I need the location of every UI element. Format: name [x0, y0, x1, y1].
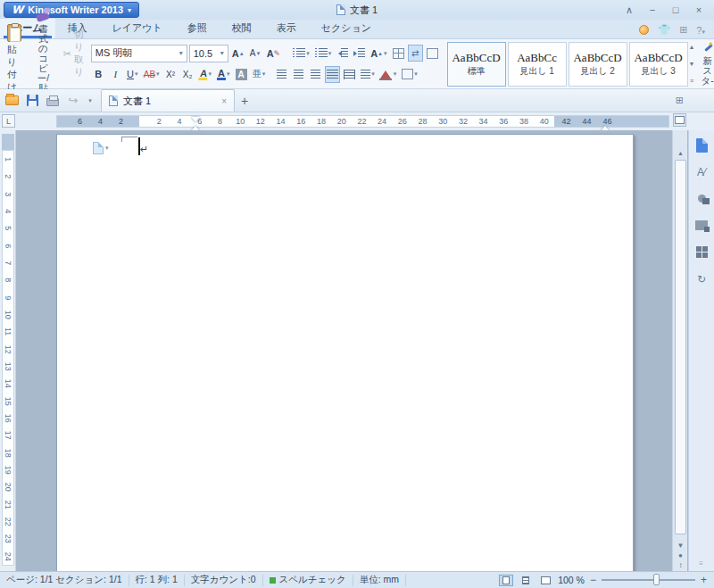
new-document-icon[interactable]	[694, 137, 710, 153]
grow-font-button[interactable]: A▲	[230, 45, 246, 62]
new-tab-button[interactable]: +	[235, 92, 254, 110]
print-button[interactable]	[44, 92, 62, 110]
ui-switch-icon[interactable]: ⊞	[679, 24, 687, 36]
sync-icon[interactable]: ↻	[694, 271, 710, 286]
browse-object-button[interactable]: ●	[678, 551, 683, 559]
close-button[interactable]: ×	[689, 2, 709, 18]
font-size-select[interactable]: 10.5▾	[189, 45, 228, 62]
scroll-down-icon[interactable]: ▼	[677, 542, 685, 550]
vertical-ruler[interactable]: 123456789101112131415161718192021222324	[0, 130, 16, 571]
redo-button[interactable]: ↪	[64, 92, 82, 110]
page-jump-icon[interactable]: ↕	[679, 561, 683, 569]
ruler-toggle-button[interactable]	[673, 113, 686, 127]
ribbon-tab-3[interactable]: 参照	[175, 19, 220, 38]
zoom-out-button[interactable]: −	[590, 574, 596, 586]
subscript-button[interactable]: X₂	[180, 66, 195, 83]
scrollbar-thumb[interactable]	[675, 160, 686, 534]
outline-view-button[interactable]	[519, 575, 533, 586]
document-canvas[interactable]: ▾ ↵	[17, 130, 672, 571]
tab-selector[interactable]: L	[2, 114, 15, 128]
decrease-indent-button[interactable]	[335, 45, 350, 62]
font-family-select[interactable]: MS 明朝▾	[91, 45, 187, 62]
help-button[interactable]: ?▾	[696, 25, 705, 36]
skin-theme-icon[interactable]: 👕	[658, 24, 670, 36]
insert-image-icon[interactable]	[694, 218, 710, 233]
styles-scroll-up-icon[interactable]: ▲	[689, 44, 695, 51]
highlight-color-button[interactable]: A▾	[197, 66, 213, 83]
styles-scroll-down-icon[interactable]: ▼	[689, 61, 695, 68]
zoom-slider[interactable]	[602, 579, 695, 581]
character-scale-button[interactable]: A▲▾	[369, 45, 388, 62]
italic-button[interactable]: I	[108, 66, 123, 83]
style-item-1[interactable]: AaBbCc見出し 1	[508, 42, 567, 87]
distributed-grid-button[interactable]	[391, 45, 406, 62]
vertical-scrollbar[interactable]: ▲ ▼ ● ↕	[672, 130, 687, 571]
underline-button[interactable]: U▾	[125, 66, 140, 83]
save-button[interactable]	[23, 92, 41, 110]
ribbon-tab-2[interactable]: レイアウト	[100, 19, 175, 38]
collapse-ribbon-button[interactable]: ∧	[619, 2, 639, 18]
document-tab[interactable]: 文書 1 ×	[101, 89, 235, 112]
style-item-0[interactable]: AaBbCcD標準	[447, 42, 506, 87]
superscript-button[interactable]: X²	[163, 66, 178, 83]
ruler-number: 15	[0, 395, 17, 406]
align-center-button[interactable]	[291, 66, 306, 83]
shapes-icon[interactable]	[694, 191, 710, 206]
justify-button[interactable]	[325, 66, 340, 83]
page-status[interactable]: ページ: 1/1 セクション: 1/1	[0, 575, 129, 586]
font-color-button[interactable]: A▾	[215, 66, 231, 83]
char-count-status[interactable]: 文字カウント:0	[185, 575, 263, 586]
styles-more-icon[interactable]: ≡	[689, 78, 695, 85]
scroll-up-icon[interactable]: ▲	[674, 148, 687, 159]
style-item-2[interactable]: AaBbCcD見出し 2	[569, 42, 627, 87]
open-button[interactable]	[3, 92, 21, 110]
unit-status[interactable]: 単位: mm	[353, 575, 406, 586]
task-pane-toggle-icon[interactable]: ⊞	[676, 95, 684, 106]
shrink-font-button[interactable]: A▼	[248, 45, 263, 62]
line-spacing-button[interactable]: ▾	[359, 66, 377, 83]
zoom-in-button[interactable]: +	[701, 574, 707, 586]
page-options-button[interactable]: ▾	[93, 142, 109, 154]
ribbon-tab-4[interactable]: 校閲	[220, 19, 264, 38]
ribbon-tab-5[interactable]: 表示	[264, 19, 309, 38]
distribute-text-button[interactable]	[342, 66, 357, 83]
app-menu-button[interactable]: W Kingsoft Writer 2013 ▾	[4, 2, 139, 18]
horizontal-ruler[interactable]: 642 246810121416182022242628303234363840…	[56, 115, 669, 128]
bullet-list-button[interactable]: ▾	[291, 45, 311, 62]
text-frame-button[interactable]	[425, 45, 440, 62]
zoom-level[interactable]: 100 %	[558, 575, 585, 585]
align-right-button[interactable]	[308, 66, 323, 83]
cut-button[interactable]: ✂ 切り取り	[62, 28, 86, 79]
numbered-list-button[interactable]: ▾	[313, 45, 334, 62]
minimize-button[interactable]: −	[643, 2, 662, 18]
increase-indent-button[interactable]	[352, 45, 367, 62]
notification-icon[interactable]	[639, 25, 649, 35]
new-style-button[interactable]: 新スタ-	[696, 42, 714, 87]
styles-icon[interactable]: A⁄	[694, 164, 710, 179]
apps-grid-icon[interactable]	[694, 244, 710, 260]
ruler-number: 1	[0, 154, 17, 165]
ruby-button[interactable]: 亜▾	[251, 66, 268, 83]
toolbar-customize-caret-icon[interactable]: ▾	[85, 92, 95, 110]
show-paragraph-marks-button[interactable]: ⇄	[408, 45, 423, 62]
sidebar-grip-icon[interactable]: ≡	[699, 559, 704, 567]
maximize-button[interactable]: □	[666, 2, 685, 18]
zoom-slider-thumb[interactable]	[653, 574, 660, 585]
paragraph-shading-button[interactable]: ▾	[378, 66, 399, 83]
align-left-button[interactable]	[274, 66, 289, 83]
bold-button[interactable]: B	[91, 66, 106, 83]
style-item-3[interactable]: AaBbCcD見出し 3	[629, 42, 688, 87]
font-color-icon: A	[217, 69, 226, 80]
first-line-indent-marker[interactable]	[191, 117, 200, 122]
ribbon-tab-6[interactable]: セクション	[309, 19, 384, 38]
web-layout-view-button[interactable]	[538, 575, 552, 586]
document-tab-close-icon[interactable]: ×	[221, 96, 227, 106]
strikethrough-button[interactable]: AB▾	[142, 66, 162, 83]
clear-formatting-button[interactable]: A✎	[265, 45, 283, 62]
borders-button[interactable]: ▾	[400, 66, 419, 83]
line-column-status[interactable]: 行: 1 列: 1	[129, 575, 185, 586]
document-page[interactable]: ▾ ↵	[56, 134, 634, 571]
spellcheck-status[interactable]: スペルチェック	[263, 575, 353, 586]
print-layout-view-button[interactable]	[499, 575, 513, 586]
character-shading-button[interactable]: A	[234, 66, 249, 83]
